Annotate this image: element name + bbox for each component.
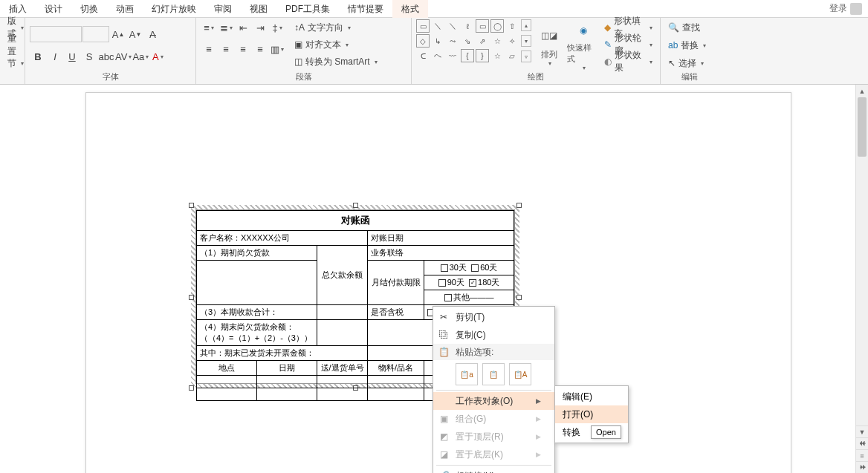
draw-group-label: 绘图 (416, 71, 655, 84)
bullets[interactable]: ≡ (201, 19, 217, 36)
tab-animations[interactable]: 动画 (107, 0, 143, 18)
scissors-icon: ✂ (438, 311, 450, 323)
sub-open[interactable]: 打开(O) (555, 405, 628, 423)
scroll-up[interactable]: ▲ (856, 85, 868, 97)
vertical-scrollbar[interactable]: ▲ ▼ ⯬ ≡ ⯮ (855, 85, 868, 473)
front-icon: ◩ (438, 431, 450, 443)
align-right[interactable]: ≡ (235, 41, 251, 57)
quick-styles-icon: ◉ (571, 19, 595, 41)
sheet-title: 对账函 (197, 211, 514, 231)
ribbon: 版式 重置 节 A▲ A▼ A̶ B I U S abc AV Aa A (0, 18, 868, 85)
ctx-send-back: ◪置于底层(K)▶ (433, 446, 554, 463)
paste-opt-1[interactable]: 📋a (456, 363, 478, 385)
tab-view[interactable]: 视图 (241, 0, 276, 18)
align-center[interactable]: ≡ (218, 41, 234, 57)
replace-icon: ab (668, 40, 678, 50)
login-label: 登录 (829, 2, 847, 15)
shapes-gallery[interactable]: ▭＼＼ℓ▭◯⇧ ◇↳⤳⇘⇗☆✧ ᑕへ〰{}☆▱ ▴ ▾ ▿ (416, 19, 531, 62)
find-icon: 🔍 (668, 22, 679, 33)
document-area: 对账函 客户名称：XXXXXX公司 对账日期 （1）期初尚欠货款 总欠款余额 业… (0, 85, 868, 473)
bucket-icon: ◆ (604, 22, 611, 33)
scroll-thumb[interactable] (858, 97, 867, 157)
arrange-btn[interactable]: ◫◪ 排列 (533, 19, 566, 71)
bold[interactable]: B (30, 48, 46, 65)
para-group-label: 段落 (201, 71, 407, 84)
clear-format[interactable]: A̶ (144, 26, 161, 42)
shape-effects[interactable]: ◐形状效果 (601, 53, 655, 70)
login-button[interactable]: 登录 (823, 2, 868, 15)
tab-transitions[interactable]: 切换 (71, 0, 107, 18)
columns[interactable]: ▥ (269, 41, 285, 57)
paste-opt-2[interactable]: 📋 (482, 363, 505, 385)
shapes-up[interactable]: ▴ (521, 19, 531, 31)
line-spacing[interactable]: ‡ (269, 19, 285, 36)
resize-sw[interactable] (189, 385, 194, 391)
increase-font[interactable]: A▲ (110, 26, 126, 42)
avatar-icon (850, 3, 862, 15)
pen-icon: ✎ (604, 39, 612, 50)
sub-edit[interactable]: 编辑(E) (555, 388, 628, 405)
ctx-copy[interactable]: ⿻复制(C) (433, 326, 554, 344)
group-icon: ▣ (438, 413, 450, 425)
ctx-bring-front: ◩置于顶层(R)▶ (433, 428, 554, 446)
align-left[interactable]: ≡ (201, 41, 217, 57)
justify[interactable]: ≡ (252, 41, 268, 57)
inc-indent[interactable]: ⇥ (252, 19, 268, 36)
chevron-right-icon: ▶ (536, 397, 541, 405)
tab-storyboard[interactable]: 情节提要 (339, 0, 392, 18)
prev-slide[interactable]: ⯬ (856, 437, 868, 449)
font-group-label: 字体 (30, 71, 191, 84)
tab-design[interactable]: 设计 (36, 0, 71, 18)
find-btn[interactable]: 🔍查找 (665, 19, 703, 36)
strike[interactable]: S (81, 48, 97, 65)
replace-btn[interactable]: ab替换 (665, 37, 709, 53)
resize-w[interactable] (189, 295, 194, 300)
font-size[interactable] (82, 26, 109, 42)
edit-group-label: 编辑 (665, 71, 714, 84)
align-text-icon: ▣ (294, 39, 302, 50)
tab-pdf[interactable]: PDF工具集 (276, 0, 339, 18)
effects-icon: ◐ (604, 56, 612, 67)
next-slide[interactable]: ⯮ (856, 461, 868, 473)
copy-icon: ⿻ (438, 329, 450, 341)
paste-opt-3[interactable]: 📋A (509, 363, 531, 385)
tab-review[interactable]: 审阅 (205, 0, 241, 18)
arrange-icon: ◫◪ (537, 24, 561, 48)
numbering[interactable]: ≣ (218, 19, 234, 36)
ctx-cut[interactable]: ✂剪切(T) (433, 308, 554, 326)
link-icon: 🔗 (438, 470, 450, 473)
quick-styles-btn[interactable]: ◉ 快速样式 (567, 19, 600, 71)
resize-ne[interactable] (516, 203, 522, 208)
scroll-down[interactable]: ▼ (856, 425, 868, 437)
back-icon: ◪ (438, 448, 450, 460)
section-btn[interactable]: 节 (4, 55, 27, 71)
tab-slideshow[interactable]: 幻灯片放映 (143, 0, 205, 18)
font-family[interactable] (30, 26, 82, 42)
ctx-hyperlink[interactable]: 🔗超链接(H)... (433, 467, 554, 473)
ctx-worksheet-object[interactable]: 工作表对象(O)▶ (433, 392, 554, 410)
resize-nw[interactable] (189, 203, 194, 208)
change-case[interactable]: Aa (132, 48, 149, 65)
decrease-font[interactable]: A▼ (127, 26, 143, 42)
ctx-group: ▣组合(G)▶ (433, 410, 554, 428)
font-color[interactable]: A (149, 48, 166, 65)
select-icon: ↖ (668, 58, 676, 68)
select-btn[interactable]: ↖选择 (665, 55, 707, 71)
italic[interactable]: I (47, 48, 63, 65)
align-text[interactable]: ▣对齐文本 (291, 36, 380, 53)
resize-e[interactable] (516, 295, 522, 300)
smartart[interactable]: ◫转换为 SmartArt (291, 53, 380, 70)
clipboard-icon: 📋 (438, 346, 450, 358)
slide-nav[interactable]: ≡ (856, 449, 868, 461)
tab-insert[interactable]: 插入 (0, 0, 36, 18)
reset-btn[interactable]: 重置 (4, 37, 20, 53)
shapes-more[interactable]: ▿ (521, 50, 531, 62)
char-spacing[interactable]: AV (115, 48, 132, 65)
resize-n[interactable] (353, 203, 358, 208)
dec-indent[interactable]: ⇤ (235, 19, 251, 36)
text-direction[interactable]: ↕A文字方向 (291, 19, 380, 36)
underline[interactable]: U (64, 48, 80, 65)
tab-format[interactable]: 格式 (392, 0, 428, 18)
shapes-down[interactable]: ▾ (521, 35, 531, 47)
shadow[interactable]: abc (98, 48, 114, 65)
